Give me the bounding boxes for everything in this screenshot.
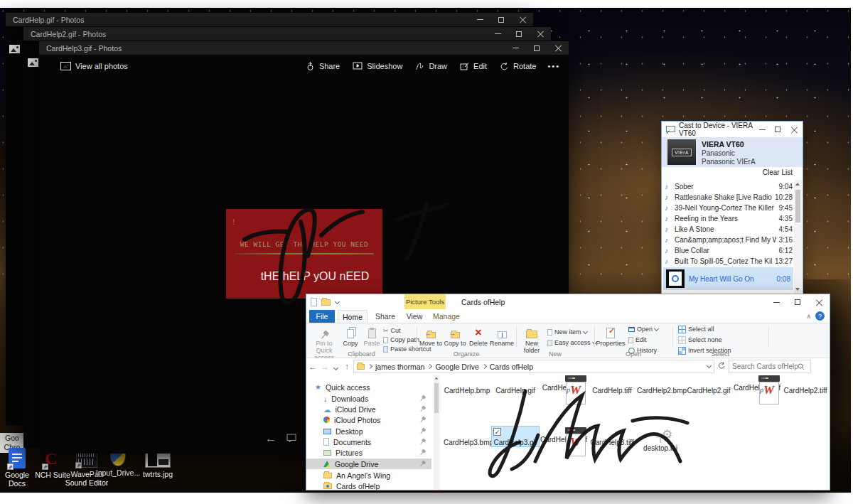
file-item[interactable]: CardHelp3.bmp (444, 436, 490, 446)
track-row[interactable]: ♪Sober9:04 (665, 181, 793, 192)
select-none-button[interactable]: Select none (678, 336, 722, 344)
qat-chevron-down-icon[interactable] (335, 299, 340, 304)
track-row[interactable]: ♪Like A Stone4:54 (665, 224, 793, 235)
rotate-button[interactable]: Rotate (500, 62, 536, 71)
tab-manage[interactable]: Manage (429, 310, 464, 323)
minimize-button[interactable] (766, 295, 787, 309)
rename-button[interactable]: Rename (489, 326, 515, 347)
sidebar-item-pictures[interactable]: Pictures (306, 447, 431, 458)
slideshow-button[interactable]: Slideshow (353, 62, 402, 70)
maximize-button[interactable] (526, 41, 547, 55)
breadcrumb-item-folder[interactable]: Cards ofHelp (490, 363, 533, 371)
maximize-button[interactable] (770, 122, 785, 137)
comment-button[interactable] (286, 434, 297, 444)
maximize-button[interactable] (490, 13, 512, 26)
sidebar-item-documents[interactable]: Documents (306, 436, 431, 447)
file-item[interactable]: CardHelp2.bmp (637, 385, 684, 395)
minimize-button[interactable] (469, 13, 490, 26)
explorer-titlebar[interactable]: Picture Tools Cards ofHelp (306, 294, 830, 310)
track-row[interactable]: ♪Built To Spill-05_Cortez The Killer (Ne… (665, 256, 793, 267)
clear-list-link[interactable]: Clear List (763, 168, 793, 176)
address-dropdown-icon[interactable] (707, 363, 712, 368)
track-row[interactable]: ♪39-Neil Young-Cortez The Killer9:45 (665, 203, 793, 213)
sidebar-item-google-drive[interactable]: Google Drive (306, 459, 431, 469)
close-button[interactable] (785, 122, 803, 137)
close-button[interactable] (808, 295, 830, 309)
refresh-button[interactable] (714, 362, 729, 371)
close-button[interactable] (530, 27, 551, 41)
view-all-photos-icon[interactable] (9, 45, 20, 53)
breadcrumb-item-drive[interactable]: Google Drive (435, 363, 478, 371)
breadcrumb-item-user[interactable]: james thorman (375, 363, 424, 371)
sidebar-item-downloads[interactable]: ↓Downloads (306, 393, 431, 404)
tab-view[interactable]: View (402, 310, 427, 323)
new-folder-button[interactable]: New folder (519, 326, 544, 354)
file-item-selected[interactable]: ✓ CardHelp3.gif (492, 427, 539, 446)
nav-forward-button[interactable]: → (319, 362, 331, 372)
photos-window-3-titlebar[interactable]: CardHelp3.gif - Photos (39, 41, 569, 55)
tab-share[interactable]: Share (370, 310, 400, 323)
file-item[interactable]: pWCardHelp3.pwf (540, 434, 587, 444)
copy-button[interactable]: Copy (340, 326, 360, 347)
view-all-photos-icon[interactable] (28, 58, 38, 67)
file-item[interactable]: CardHelp.tiff (589, 385, 635, 395)
ribbon-collapse-icon[interactable]: ∧ (806, 313, 811, 320)
file-item[interactable]: pWCardHelp2.pwf (734, 382, 780, 392)
track-row[interactable]: ♪Rattlesnake Shake [Live Radio10:28 (665, 192, 793, 203)
nav-up-button[interactable]: ↑ (340, 362, 353, 372)
file-item[interactable]: ⚙desktop.ini (637, 434, 684, 452)
file-item[interactable]: pWCardHelp.pwf (540, 382, 587, 392)
cast-scrollbar[interactable] (794, 180, 802, 294)
move-to-button[interactable]: ← Move to (419, 326, 442, 347)
track-row[interactable]: ♪Can&amp;amp;apos;t Find My Wa3:16 (665, 235, 793, 245)
edit-button[interactable]: Edit (628, 336, 647, 344)
selection-checkbox[interactable]: ✓ (493, 428, 501, 436)
close-button[interactable] (547, 41, 569, 55)
draw-button[interactable]: Draw (415, 62, 447, 71)
cast-titlebar[interactable]: Cast to Device - VIERA VT60 (662, 122, 803, 137)
maximize-button[interactable] (508, 27, 530, 41)
tab-file[interactable]: File (309, 310, 335, 323)
nav-back-button[interactable]: ← (306, 362, 319, 372)
tab-home[interactable]: Home (338, 310, 368, 323)
sidebar-item-cards-ofhelp[interactable]: Cards ofHelp (306, 481, 431, 490)
edit-button[interactable]: Edit (460, 62, 487, 71)
sidebar-item-desktop[interactable]: Desktop (306, 426, 431, 436)
sidebar-item-icloud-drive[interactable]: ☁iCloud Drive (306, 404, 431, 414)
track-row[interactable]: ♪Reeling in the Years4:35 (665, 213, 793, 224)
more-button[interactable]: ••• (547, 62, 560, 70)
share-button[interactable]: Share (306, 62, 340, 71)
nav-history-dropdown[interactable] (331, 362, 340, 372)
close-button[interactable] (512, 13, 533, 26)
photos-window-1-titlebar[interactable]: CardHelp.gif - Photos (6, 13, 533, 26)
minimize-button[interactable] (505, 41, 526, 55)
view-all-photos-button[interactable]: View all photos (60, 62, 128, 70)
sidebar-item-icloud-photos[interactable]: iCloud Photos (306, 414, 431, 425)
copy-to-button[interactable]: → Copy to (444, 326, 466, 347)
sidebar-item-an-angels-wing[interactable]: An Angel's Wing (306, 470, 431, 481)
search-box[interactable] (729, 360, 811, 373)
sidebar-item-quick-access[interactable]: ★Quick access (306, 382, 431, 392)
qat-file-icon[interactable] (311, 298, 317, 306)
file-item[interactable]: CardHelp.bmp (444, 385, 490, 395)
open-button[interactable]: Open (628, 325, 658, 333)
file-item[interactable]: CardHelp2.gif (685, 385, 732, 395)
properties-button[interactable]: ✓ Properties (596, 326, 626, 347)
help-button[interactable]: ? (815, 311, 825, 321)
file-item[interactable]: CardHelp2.tiff (782, 385, 829, 395)
cut-button[interactable]: ✂Cut (383, 326, 401, 335)
search-input[interactable] (732, 363, 798, 370)
track-row[interactable]: ♪Blue Collar6:12 (665, 245, 793, 256)
breadcrumb[interactable]: james thorman Google Drive Cards ofHelp (353, 360, 714, 373)
minimize-button[interactable] (754, 122, 770, 137)
file-item[interactable]: CardHelp.gif (492, 385, 539, 395)
file-item[interactable]: CardHelp3.tiff (589, 436, 635, 446)
paste-button[interactable]: Paste (362, 326, 382, 347)
minimize-button[interactable] (487, 27, 508, 41)
new-item-button[interactable]: New item (547, 328, 587, 336)
maximize-button[interactable] (787, 295, 808, 309)
photos-window-2-titlebar[interactable]: CardHelp2.gif - Photos (23, 27, 551, 41)
previous-photo-button[interactable]: ← (265, 432, 277, 445)
qat-folder-icon[interactable] (321, 299, 331, 306)
sidebar-scrollbar[interactable] (434, 375, 440, 490)
